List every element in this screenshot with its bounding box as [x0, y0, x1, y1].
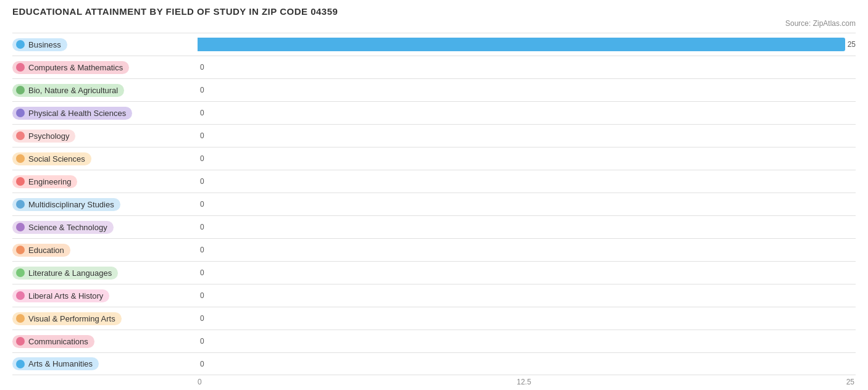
x-axis-tick: 25: [846, 378, 854, 386]
bar-value-label: 0: [200, 268, 204, 277]
category-label: Business: [28, 40, 61, 49]
bar-section: 0: [198, 241, 856, 259]
category-label: Communications: [28, 337, 88, 346]
bar-row: Arts & Humanities0: [12, 352, 856, 375]
category-label: Multidisciplinary Studies: [28, 200, 114, 209]
category-circle-icon: [16, 337, 25, 346]
bar-value-label: 0: [200, 131, 204, 140]
bar-row: Literature & Languages0: [12, 261, 856, 284]
bar-section: 0: [198, 333, 856, 350]
bar-row: Engineering0: [12, 170, 856, 193]
category-label: Liberal Arts & History: [28, 291, 103, 301]
category-circle-icon: [16, 314, 25, 323]
bar-section: 0: [198, 81, 856, 99]
bar-label: Engineering: [12, 175, 198, 188]
bar-row: Liberal Arts & History0: [12, 284, 856, 307]
category-circle-icon: [16, 86, 25, 94]
bar-value-label: 0: [200, 246, 204, 254]
category-circle-icon: [16, 177, 25, 186]
bar-value-label: 0: [200, 360, 204, 368]
category-circle-icon: [16, 63, 25, 72]
bar-label: Education: [12, 244, 198, 257]
chart-title: EDUCATIONAL ATTAINMENT BY FIELD OF STUDY…: [12, 6, 856, 17]
category-label: Engineering: [28, 177, 71, 186]
bar-row: Education0: [12, 238, 856, 261]
bar-section: 0: [198, 310, 856, 327]
bar-section: 25: [198, 36, 856, 53]
bar-value-label: 0: [200, 109, 204, 117]
chart-area: Business25Computers & Mathematics0Bio, N…: [12, 33, 856, 375]
bar-row: Multidisciplinary Studies0: [12, 193, 856, 215]
bar-row: Business25: [12, 33, 856, 56]
category-circle-icon: [16, 40, 25, 49]
category-circle-icon: [16, 268, 25, 277]
category-circle-icon: [16, 246, 25, 254]
category-circle-icon: [16, 360, 25, 368]
category-label: Computers & Mathematics: [28, 63, 123, 72]
category-label: Education: [28, 246, 64, 255]
bar-value-label: 0: [200, 86, 204, 94]
bar-section: 0: [198, 173, 856, 190]
category-circle-icon: [16, 154, 25, 163]
category-circle-icon: [16, 131, 25, 140]
bar-label: Liberal Arts & History: [12, 289, 198, 302]
bar-section: 0: [198, 59, 856, 76]
category-label: Bio, Nature & Agricultural: [28, 86, 118, 95]
bar-section: 0: [198, 104, 856, 122]
category-circle-icon: [16, 223, 25, 231]
bar-label: Computers & Mathematics: [12, 61, 198, 74]
bar-section: 0: [198, 287, 856, 304]
bar-row: Psychology0: [12, 124, 856, 147]
x-axis: 012.525: [12, 378, 856, 386]
category-label: Visual & Performing Arts: [28, 314, 115, 323]
category-label: Physical & Health Sciences: [28, 109, 126, 118]
bar-value-label: 0: [200, 177, 204, 186]
bar-row: Communications0: [12, 330, 856, 352]
category-label: Literature & Languages: [28, 268, 112, 278]
bar-label: Visual & Performing Arts: [12, 312, 198, 325]
bar-row: Science & Technology0: [12, 215, 856, 238]
bar-section: 0: [198, 264, 856, 281]
category-label: Science & Technology: [28, 223, 107, 232]
x-axis-tick: 12.5: [517, 378, 531, 386]
category-label: Social Sciences: [28, 154, 85, 164]
bar-row: Physical & Health Sciences0: [12, 101, 856, 124]
category-label: Arts & Humanities: [28, 359, 93, 368]
bar-label: Multidisciplinary Studies: [12, 198, 198, 211]
bar-value-label: 0: [200, 63, 204, 72]
bar-label: Science & Technology: [12, 221, 198, 234]
bar-section: 0: [198, 196, 856, 213]
bar-label: Business: [12, 38, 198, 51]
bar-label: Arts & Humanities: [12, 357, 198, 370]
category-label: Psychology: [28, 131, 69, 141]
category-circle-icon: [16, 109, 25, 117]
category-circle-icon: [16, 200, 25, 209]
bar-row: Visual & Performing Arts0: [12, 307, 856, 330]
bar-label: Bio, Nature & Agricultural: [12, 84, 198, 97]
bar-row: Bio, Nature & Agricultural0: [12, 78, 856, 101]
bar-label: Communications: [12, 335, 198, 348]
bar-value-label: 0: [200, 337, 204, 346]
bar-label: Psychology: [12, 130, 198, 143]
bar-section: 0: [198, 127, 856, 144]
bar-row: Social Sciences0: [12, 147, 856, 170]
source-credit: Source: ZipAtlas.com: [12, 19, 856, 28]
bar-value-label: 0: [200, 314, 204, 323]
bar-value-label: 0: [200, 291, 204, 300]
bar-label: Social Sciences: [12, 152, 198, 165]
bar-row: Computers & Mathematics0: [12, 56, 856, 78]
bar-label: Literature & Languages: [12, 267, 198, 280]
bar-section: 0: [198, 355, 856, 373]
bar-value-label: 0: [200, 154, 204, 163]
bar-value-label: 25: [848, 40, 856, 49]
category-circle-icon: [16, 291, 25, 300]
x-axis-tick: 0: [198, 378, 202, 386]
bar-section: 0: [198, 218, 856, 236]
bar-fill: [198, 38, 845, 51]
bar-label: Physical & Health Sciences: [12, 107, 198, 120]
bar-section: 0: [198, 150, 856, 167]
bar-value-label: 0: [200, 200, 204, 209]
bar-value-label: 0: [200, 223, 204, 231]
